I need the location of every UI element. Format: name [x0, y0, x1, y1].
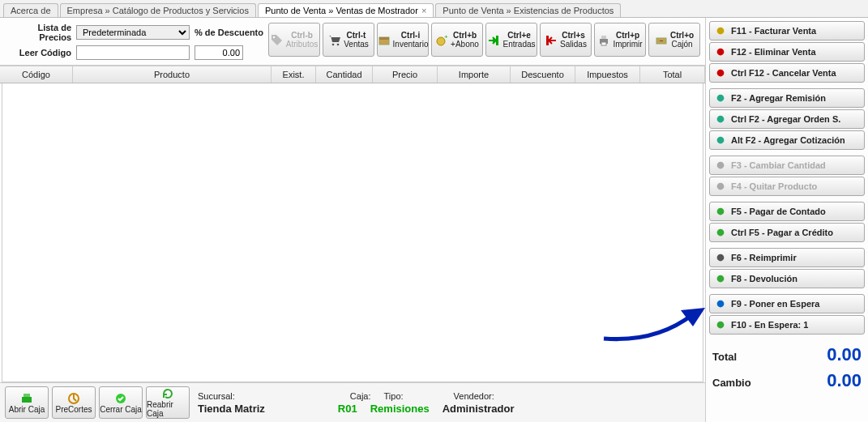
svg-point-23	[717, 137, 725, 144]
printer-icon	[597, 34, 610, 47]
shortcut-entradas[interactable]: Ctrl+eEntradas	[485, 23, 537, 57]
coin-plus-icon: +	[435, 34, 448, 47]
svg-point-20	[717, 70, 725, 77]
credit-icon	[715, 227, 726, 238]
add-remision-icon	[715, 92, 726, 104]
cambio-label: Cambio	[712, 377, 751, 389]
action-f11-facturar-venta[interactable]: F11 - Facturar Venta	[709, 21, 865, 40]
action-f8-devoluci-n[interactable]: F8 - Devolución	[709, 269, 865, 288]
cancel-icon	[715, 67, 726, 79]
action-f2-agregar-remisi-n[interactable]: F2 - Agregar Remisión	[709, 88, 865, 108]
svg-rect-11	[601, 42, 606, 45]
svg-point-1	[332, 43, 335, 45]
bottom-precortes[interactable]: PreCortes	[52, 386, 96, 419]
svg-rect-13	[660, 40, 663, 41]
svg-point-25	[717, 183, 725, 190]
drawer-icon	[655, 34, 668, 47]
total-label: Total	[712, 351, 737, 363]
action-f3-cambiar-cantidad: F3 - Cambiar Cantidad	[709, 156, 865, 175]
hold-icon	[715, 298, 726, 309]
in-icon	[487, 34, 500, 47]
remove-icon	[715, 181, 726, 192]
bottom-abrir-caja[interactable]: Abrir Caja	[5, 386, 49, 419]
action-f6-reimprimir[interactable]: F6 - Reimprimir	[709, 248, 865, 267]
svg-point-18	[717, 28, 725, 35]
reprint-icon	[715, 252, 726, 263]
bottom-cerrar-caja[interactable]: Cerrar Caja	[99, 386, 143, 419]
column-header[interactable]: Producto	[73, 66, 272, 83]
reopen-register-icon	[161, 387, 174, 400]
grid-body[interactable]	[2, 83, 703, 382]
column-header[interactable]: Exist.	[272, 66, 316, 83]
column-header[interactable]: Código	[0, 66, 73, 83]
tab-ventas-mostrador[interactable]: Punto de Venta » Ventas de Mostrador ×	[258, 3, 434, 17]
bottom-reabrir-caja[interactable]: Reabrir Caja	[146, 386, 190, 419]
out-icon	[545, 34, 558, 47]
tab-catalogo[interactable]: Empresa » Catálogo de Productos y Servic…	[60, 3, 256, 17]
svg-point-2	[337, 43, 340, 45]
leer-codigo-label: Leer Código	[5, 48, 71, 58]
vendedor-value: Administrador	[443, 403, 515, 415]
svg-text:+: +	[444, 34, 448, 40]
svg-point-27	[717, 229, 725, 237]
shortcut-imprimir[interactable]: Ctrl+pImprimir	[594, 23, 646, 57]
sucursal-label: Sucursal:	[198, 391, 235, 401]
tab-bar: Acerca de Empresa » Catálogo de Producto…	[0, 0, 868, 18]
action-f5-pagar-de-contado[interactable]: F5 - Pagar de Contado	[709, 202, 865, 221]
add-order-icon	[715, 113, 726, 125]
descuento-label: % de Descuento	[195, 28, 263, 37]
svg-point-28	[717, 254, 725, 262]
tab-existencias[interactable]: Punto de Venta » Existencias de Producto…	[435, 3, 621, 17]
svg-rect-7	[496, 36, 498, 45]
cart-icon	[328, 34, 341, 47]
tipo-value: Remisiones	[370, 403, 430, 415]
caja-value: R01	[338, 403, 357, 415]
cambio-value: 0.00	[827, 370, 862, 391]
shortcut--abono[interactable]: +Ctrl+b+Abono	[431, 23, 483, 57]
box-icon	[378, 34, 391, 47]
action-alt-f2-agregar-cotizaci-n[interactable]: Alt F2 - Agregar Cotización	[709, 130, 865, 150]
add-quote-icon	[715, 134, 726, 146]
shortcut-caj-n[interactable]: Ctrl+oCajón	[648, 23, 700, 57]
tag-icon	[271, 34, 284, 47]
shortcut-salidas[interactable]: Ctrl+sSalidas	[540, 23, 592, 57]
lista-precios-select[interactable]: Predeterminada	[76, 25, 190, 40]
delete-icon	[715, 46, 726, 58]
shortcut-inventario[interactable]: Ctrl-iInventario	[377, 23, 429, 57]
action-ctrl-f5-pagar-a-cr-dito[interactable]: Ctrl F5 - Pagar a Crédito	[709, 223, 865, 242]
svg-point-31	[717, 322, 725, 329]
qty-icon	[715, 160, 726, 171]
close-register-icon	[114, 392, 127, 405]
tipo-label: Tipo:	[384, 391, 404, 401]
action-f4-quitar-producto: F4 - Quitar Producto	[709, 177, 865, 196]
column-header[interactable]: Impuestos	[575, 66, 640, 83]
action-f9-poner-en-espera[interactable]: F9 - Poner en Espera	[709, 294, 865, 313]
svg-rect-15	[24, 394, 30, 397]
action-ctrl-f2-agregar-orden-s-[interactable]: Ctrl F2 - Agregar Orden S.	[709, 109, 865, 129]
close-icon[interactable]: ×	[421, 6, 426, 15]
column-header[interactable]: Importe	[438, 66, 511, 83]
svg-point-0	[273, 36, 275, 37]
descuento-input[interactable]	[195, 45, 243, 60]
svg-rect-4	[379, 37, 389, 40]
svg-rect-8	[546, 36, 549, 45]
precut-icon	[67, 392, 80, 405]
leer-codigo-input[interactable]	[76, 45, 190, 60]
action-f12-eliminar-venta[interactable]: F12 - Eliminar Venta	[709, 42, 865, 62]
bottom-bar: Abrir CajaPreCortesCerrar CajaReabrir Ca…	[0, 382, 705, 422]
svg-rect-10	[601, 36, 606, 39]
vendedor-label: Vendedor:	[454, 391, 494, 401]
action-f10-en-espera-1[interactable]: F10 - En Espera: 1	[709, 315, 865, 335]
total-value: 0.00	[827, 344, 862, 365]
column-header[interactable]: Cantidad	[316, 66, 373, 83]
column-header[interactable]: Precio	[373, 66, 438, 83]
toolbar: Lista de Precios Predeterminada % de Des…	[0, 18, 705, 66]
action-ctrl-f12-cancelar-venta[interactable]: Ctrl F12 - Cancelar Venta	[709, 63, 865, 83]
column-header[interactable]: Total	[640, 66, 705, 83]
svg-point-19	[717, 49, 725, 56]
shortcut-ventas[interactable]: Ctrl-tVentas	[323, 23, 374, 57]
action-panel: F11 - Facturar VentaF12 - Eliminar Venta…	[706, 18, 868, 422]
column-header[interactable]: Descuento	[511, 66, 575, 83]
svg-point-26	[717, 208, 725, 215]
tab-acerca-de[interactable]: Acerca de	[3, 3, 58, 17]
